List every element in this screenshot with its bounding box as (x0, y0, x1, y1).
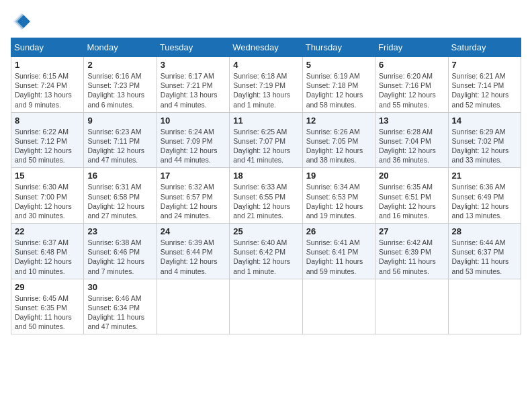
day-number: 27 (379, 226, 444, 236)
calendar-cell: 7Sunrise: 6:21 AMSunset: 7:14 PMDaylight… (448, 57, 521, 113)
calendar-cell: 26Sunrise: 6:41 AMSunset: 6:41 PMDayligh… (302, 224, 375, 279)
calendar-week-row: 29Sunrise: 6:45 AMSunset: 6:35 PMDayligh… (11, 279, 521, 334)
calendar-week-row: 1Sunrise: 6:15 AMSunset: 7:24 PMDaylight… (11, 57, 521, 113)
calendar-cell: 16Sunrise: 6:31 AMSunset: 6:58 PMDayligh… (84, 168, 157, 224)
column-header-thursday: Thursday (302, 38, 375, 57)
calendar: SundayMondayTuesdayWednesdayThursdayFrid… (11, 38, 521, 334)
calendar-cell (157, 279, 229, 334)
calendar-cell: 2Sunrise: 6:16 AMSunset: 7:23 PMDaylight… (84, 57, 157, 113)
logo (11, 11, 35, 32)
calendar-cell: 17Sunrise: 6:32 AMSunset: 6:57 PMDayligh… (157, 168, 229, 224)
day-number: 9 (87, 116, 152, 126)
day-number: 30 (87, 282, 152, 292)
day-info: Sunrise: 6:29 AMSunset: 7:02 PMDaylight:… (452, 127, 517, 165)
calendar-cell: 21Sunrise: 6:36 AMSunset: 6:49 PMDayligh… (448, 168, 521, 224)
day-number: 20 (379, 171, 444, 181)
day-info: Sunrise: 6:32 AMSunset: 6:57 PMDaylight:… (161, 182, 226, 220)
day-info: Sunrise: 6:44 AMSunset: 6:37 PMDaylight:… (452, 238, 517, 276)
calendar-cell (448, 279, 521, 334)
day-info: Sunrise: 6:46 AMSunset: 6:34 PMDaylight:… (87, 293, 152, 332)
calendar-cell: 10Sunrise: 6:24 AMSunset: 7:09 PMDayligh… (157, 112, 229, 168)
calendar-cell: 29Sunrise: 6:45 AMSunset: 6:35 PMDayligh… (11, 279, 84, 334)
calendar-cell: 5Sunrise: 6:19 AMSunset: 7:18 PMDaylight… (302, 57, 375, 113)
logo-icon (11, 11, 32, 32)
calendar-week-row: 8Sunrise: 6:22 AMSunset: 7:12 PMDaylight… (11, 112, 521, 168)
calendar-cell: 25Sunrise: 6:40 AMSunset: 6:42 PMDayligh… (230, 224, 302, 279)
calendar-cell: 20Sunrise: 6:35 AMSunset: 6:51 PMDayligh… (375, 168, 448, 224)
calendar-cell: 14Sunrise: 6:29 AMSunset: 7:02 PMDayligh… (448, 112, 521, 168)
calendar-cell: 24Sunrise: 6:39 AMSunset: 6:44 PMDayligh… (157, 224, 229, 279)
day-number: 13 (379, 116, 444, 126)
day-number: 3 (161, 60, 226, 70)
day-number: 26 (306, 226, 371, 236)
day-info: Sunrise: 6:26 AMSunset: 7:05 PMDaylight:… (306, 127, 371, 165)
calendar-cell: 9Sunrise: 6:23 AMSunset: 7:11 PMDaylight… (84, 112, 157, 168)
calendar-cell: 11Sunrise: 6:25 AMSunset: 7:07 PMDayligh… (230, 112, 302, 168)
day-info: Sunrise: 6:19 AMSunset: 7:18 PMDaylight:… (306, 71, 371, 109)
day-number: 1 (15, 60, 80, 70)
calendar-cell: 4Sunrise: 6:18 AMSunset: 7:19 PMDaylight… (230, 57, 302, 113)
day-number: 23 (87, 226, 152, 236)
day-number: 8 (15, 116, 80, 126)
day-number: 14 (452, 116, 517, 126)
day-info: Sunrise: 6:25 AMSunset: 7:07 PMDaylight:… (233, 127, 298, 165)
day-info: Sunrise: 6:16 AMSunset: 7:23 PMDaylight:… (87, 71, 152, 109)
day-number: 22 (15, 226, 80, 236)
day-number: 19 (306, 171, 371, 181)
header (11, 11, 521, 32)
calendar-cell: 13Sunrise: 6:28 AMSunset: 7:04 PMDayligh… (375, 112, 448, 168)
column-header-saturday: Saturday (448, 38, 521, 57)
day-number: 5 (306, 60, 371, 70)
column-header-sunday: Sunday (11, 38, 84, 57)
day-info: Sunrise: 6:24 AMSunset: 7:09 PMDaylight:… (161, 127, 226, 165)
calendar-cell: 1Sunrise: 6:15 AMSunset: 7:24 PMDaylight… (11, 57, 84, 113)
day-info: Sunrise: 6:18 AMSunset: 7:19 PMDaylight:… (233, 71, 298, 109)
day-number: 4 (233, 60, 298, 70)
calendar-cell: 6Sunrise: 6:20 AMSunset: 7:16 PMDaylight… (375, 57, 448, 113)
column-header-wednesday: Wednesday (230, 38, 302, 57)
day-number: 29 (15, 282, 80, 292)
calendar-cell: 19Sunrise: 6:34 AMSunset: 6:53 PMDayligh… (302, 168, 375, 224)
calendar-cell: 18Sunrise: 6:33 AMSunset: 6:55 PMDayligh… (230, 168, 302, 224)
day-info: Sunrise: 6:36 AMSunset: 6:49 PMDaylight:… (452, 182, 517, 220)
day-info: Sunrise: 6:40 AMSunset: 6:42 PMDaylight:… (233, 238, 298, 276)
day-info: Sunrise: 6:41 AMSunset: 6:41 PMDaylight:… (306, 238, 371, 276)
calendar-cell: 8Sunrise: 6:22 AMSunset: 7:12 PMDaylight… (11, 112, 84, 168)
day-info: Sunrise: 6:39 AMSunset: 6:44 PMDaylight:… (161, 238, 226, 276)
day-number: 18 (233, 171, 298, 181)
calendar-cell (375, 279, 448, 334)
calendar-cell: 22Sunrise: 6:37 AMSunset: 6:48 PMDayligh… (11, 224, 84, 279)
day-info: Sunrise: 6:20 AMSunset: 7:16 PMDaylight:… (379, 71, 444, 109)
day-number: 16 (87, 171, 152, 181)
day-number: 7 (452, 60, 517, 70)
column-header-friday: Friday (375, 38, 448, 57)
day-number: 11 (233, 116, 298, 126)
day-info: Sunrise: 6:23 AMSunset: 7:11 PMDaylight:… (87, 127, 152, 165)
day-info: Sunrise: 6:15 AMSunset: 7:24 PMDaylight:… (15, 71, 80, 109)
day-number: 28 (452, 226, 517, 236)
day-info: Sunrise: 6:42 AMSunset: 6:39 PMDaylight:… (379, 238, 444, 276)
day-info: Sunrise: 6:22 AMSunset: 7:12 PMDaylight:… (15, 127, 80, 165)
day-number: 17 (161, 171, 226, 181)
day-info: Sunrise: 6:17 AMSunset: 7:21 PMDaylight:… (161, 71, 226, 109)
calendar-cell: 15Sunrise: 6:30 AMSunset: 7:00 PMDayligh… (11, 168, 84, 224)
calendar-cell (302, 279, 375, 334)
calendar-cell: 23Sunrise: 6:38 AMSunset: 6:46 PMDayligh… (84, 224, 157, 279)
calendar-cell: 12Sunrise: 6:26 AMSunset: 7:05 PMDayligh… (302, 112, 375, 168)
day-info: Sunrise: 6:21 AMSunset: 7:14 PMDaylight:… (452, 71, 517, 109)
calendar-cell: 28Sunrise: 6:44 AMSunset: 6:37 PMDayligh… (448, 224, 521, 279)
day-number: 25 (233, 226, 298, 236)
calendar-cell: 3Sunrise: 6:17 AMSunset: 7:21 PMDaylight… (157, 57, 229, 113)
day-number: 6 (379, 60, 444, 70)
day-info: Sunrise: 6:33 AMSunset: 6:55 PMDaylight:… (233, 182, 298, 220)
day-number: 24 (161, 226, 226, 236)
calendar-cell (230, 279, 302, 334)
day-number: 15 (15, 171, 80, 181)
day-info: Sunrise: 6:30 AMSunset: 7:00 PMDaylight:… (15, 182, 80, 220)
calendar-cell: 27Sunrise: 6:42 AMSunset: 6:39 PMDayligh… (375, 224, 448, 279)
day-info: Sunrise: 6:38 AMSunset: 6:46 PMDaylight:… (87, 238, 152, 276)
column-header-monday: Monday (84, 38, 157, 57)
day-number: 2 (87, 60, 152, 70)
column-header-tuesday: Tuesday (157, 38, 229, 57)
day-info: Sunrise: 6:31 AMSunset: 6:58 PMDaylight:… (87, 182, 152, 220)
